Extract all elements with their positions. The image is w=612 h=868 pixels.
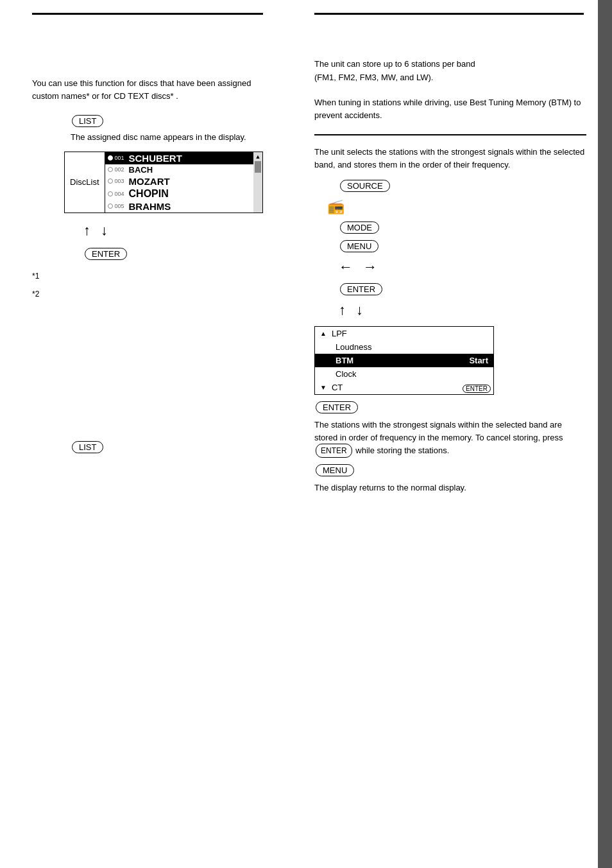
disc-num: 001 bbox=[115, 155, 128, 161]
enter-after-menu-button[interactable]: ENTER bbox=[316, 401, 358, 413]
menu-down-triangle: ▼ bbox=[320, 384, 327, 391]
disc-dot bbox=[108, 167, 113, 172]
scroll-thumb bbox=[255, 161, 261, 173]
disc-name: BACH bbox=[129, 165, 153, 175]
footnote1: *1 bbox=[32, 270, 276, 282]
scrollbar[interactable]: ▲ bbox=[253, 152, 262, 213]
menu-clock-label: Clock bbox=[336, 369, 488, 379]
disc-dot bbox=[108, 204, 113, 209]
mode-button[interactable]: MODE bbox=[340, 221, 379, 234]
arrow-buttons: ↑ ↓ bbox=[83, 222, 276, 239]
right-arrow-icon[interactable]: → bbox=[363, 259, 377, 275]
disclist-label: DiscList bbox=[65, 152, 105, 213]
list-item[interactable]: 005 BRAHMS bbox=[105, 200, 262, 213]
menu-lpf-label: LPF bbox=[332, 329, 488, 338]
enter-description: The stations with the strongest signals … bbox=[314, 419, 586, 458]
antenna-icon: 📻 bbox=[327, 198, 344, 215]
page: You can use this function for discs that… bbox=[0, 0, 612, 868]
list-button-wrap: LIST bbox=[71, 115, 276, 127]
left-column: You can use this function for discs that… bbox=[0, 0, 295, 868]
antenna-row: 📻 bbox=[327, 198, 586, 215]
menu-up-triangle: ▲ bbox=[320, 330, 327, 337]
scroll-up-arrow[interactable]: ▲ bbox=[255, 153, 261, 160]
menu-btm-value: Start bbox=[469, 356, 488, 365]
disc-num: 004 bbox=[115, 191, 128, 197]
disc-num: 005 bbox=[115, 203, 128, 209]
source-step: SOURCE bbox=[339, 180, 586, 192]
disc-list-desc: The assigned disc name appears in the di… bbox=[71, 131, 276, 144]
list-item[interactable]: 002 BACH bbox=[105, 164, 262, 175]
menu-enter-small: ENTER bbox=[463, 385, 491, 393]
menu-button-step[interactable]: MENU bbox=[340, 240, 378, 252]
section1-text3: When tuning in stations while driving, u… bbox=[314, 96, 586, 123]
source-button[interactable]: SOURCE bbox=[340, 180, 390, 192]
up-down-arrows: ↑ ↓ bbox=[339, 302, 586, 318]
enter-button-step[interactable]: ENTER bbox=[340, 283, 382, 295]
right-section2: The unit selects the stations with the s… bbox=[314, 146, 586, 494]
enter-inline-button[interactable]: ENTER bbox=[316, 444, 352, 458]
disclist-container: DiscList 001 SCHUBERT 002 BACH 003 bbox=[64, 152, 263, 213]
list-item[interactable]: 004 CHOPIN bbox=[105, 187, 262, 200]
list-item[interactable]: 003 MOZART bbox=[105, 175, 262, 187]
disc-name: SCHUBERT bbox=[129, 153, 182, 164]
menu-row-clock: Clock bbox=[315, 367, 493, 381]
menu-btm-label: BTM bbox=[336, 356, 456, 365]
footnote2: *2 bbox=[32, 288, 276, 300]
list-button[interactable]: LIST bbox=[72, 115, 103, 127]
disclist-entries: 001 SCHUBERT 002 BACH 003 MOZART bbox=[105, 152, 262, 213]
disc-dot bbox=[108, 155, 113, 161]
enter-after-menu-wrap: ENTER bbox=[314, 401, 586, 413]
disc-name: MOZART bbox=[129, 176, 170, 187]
menu-display: ▲ LPF Loudness BTM Start Clock bbox=[314, 326, 494, 395]
down-arrow-icon[interactable]: ↓ bbox=[101, 222, 108, 239]
list-button-wrap2: LIST bbox=[71, 441, 276, 453]
list-button2[interactable]: LIST bbox=[72, 441, 103, 453]
mode-step: MODE bbox=[339, 221, 586, 234]
left-right-arrows: ← → bbox=[339, 259, 586, 275]
menu-row-loudness: Loudness bbox=[315, 340, 493, 354]
menu-description: The display returns to the normal displa… bbox=[314, 482, 586, 494]
menu-row-lpf: ▲ LPF bbox=[315, 327, 493, 340]
section-divider bbox=[314, 134, 586, 135]
left-intro-text: You can use this function for discs that… bbox=[32, 77, 276, 102]
enter-button[interactable]: ENTER bbox=[85, 248, 127, 260]
disc-name: BRAHMS bbox=[129, 201, 171, 212]
enter-button-wrap: ENTER bbox=[83, 248, 276, 260]
menu-after-enter-button[interactable]: MENU bbox=[316, 464, 354, 476]
left-arrow-icon[interactable]: ← bbox=[339, 259, 353, 275]
up-arrow-step-icon[interactable]: ↑ bbox=[339, 302, 346, 318]
disc-name: CHOPIN bbox=[129, 188, 169, 200]
disc-dot bbox=[108, 178, 113, 184]
down-arrow-step-icon[interactable]: ↓ bbox=[356, 302, 363, 318]
section1-text1: The unit can store up to 6 stations per … bbox=[314, 58, 586, 85]
menu-step: MENU bbox=[339, 240, 586, 252]
disc-num: 002 bbox=[115, 166, 128, 173]
right-section1: The unit can store up to 6 stations per … bbox=[314, 58, 586, 123]
right-edge-bar bbox=[598, 0, 612, 868]
disc-num: 003 bbox=[115, 178, 128, 184]
menu-row-btm[interactable]: BTM Start bbox=[315, 354, 493, 367]
menu-after-enter-wrap: MENU bbox=[314, 464, 586, 476]
list-item[interactable]: 001 SCHUBERT bbox=[105, 152, 262, 164]
right-column: The unit can store up to 6 stations per … bbox=[295, 0, 612, 868]
up-arrow-icon[interactable]: ↑ bbox=[83, 222, 90, 239]
enter-step: ENTER bbox=[339, 283, 586, 295]
menu-row-ct: ▼ CT ENTER bbox=[315, 381, 493, 394]
section2-description: The unit selects the stations with the s… bbox=[314, 146, 586, 171]
menu-loudness-label: Loudness bbox=[336, 342, 488, 352]
disc-dot bbox=[108, 191, 113, 196]
